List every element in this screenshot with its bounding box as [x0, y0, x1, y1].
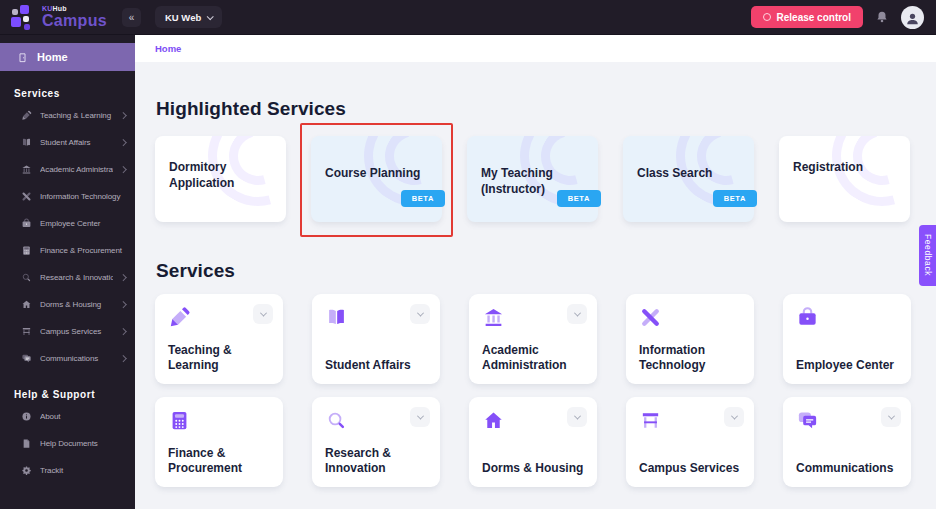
service-card-title: Campus Services — [639, 461, 742, 477]
sidebar-item-label: Student Affairs — [40, 138, 113, 147]
chevron-right-icon — [120, 166, 126, 172]
search-icon — [21, 272, 32, 283]
book-icon — [21, 137, 32, 148]
service-card-student-affairs[interactable]: Student Affairs — [312, 294, 440, 384]
service-card-title: Employee Center — [796, 358, 899, 374]
logo-kuhub: KUHub — [42, 5, 107, 12]
sidebar-item-academic-administration[interactable]: Academic Administration — [0, 156, 135, 183]
search-icon — [325, 409, 348, 432]
release-control-label: Release control — [777, 12, 851, 23]
chevron-right-icon — [120, 139, 126, 145]
chevron-down-icon — [730, 412, 737, 419]
service-card-title: Student Affairs — [325, 358, 428, 374]
sidebar-item-about[interactable]: About — [0, 403, 135, 430]
service-card-finance-procurement[interactable]: Finance & Procurement — [155, 397, 283, 487]
highlighted-card-my-teaching-instructor[interactable]: My Teaching (Instructor)BETA — [467, 136, 598, 222]
service-card-teaching-learning[interactable]: Teaching & Learning — [155, 294, 283, 384]
bank-icon — [482, 306, 505, 329]
feedback-tab[interactable]: Feedback — [919, 225, 936, 286]
highlighted-card-title: Dormitory Application — [169, 159, 268, 191]
chat-icon — [21, 353, 32, 364]
xtools-icon — [639, 306, 662, 329]
sidebar-item-label: Academic Administration — [40, 165, 113, 174]
xtools-icon — [21, 191, 32, 202]
sidebar-item-label: Help Documents — [40, 439, 125, 448]
highlighted-card-class-search[interactable]: Class SearchBETA — [623, 136, 754, 222]
service-card-title: Finance & Procurement — [168, 446, 271, 477]
briefcase-icon — [21, 218, 32, 229]
chevron-right-icon — [120, 112, 126, 118]
service-card-employee-center[interactable]: Employee Center — [783, 294, 911, 384]
sidebar-item-label: Dorms & Housing — [40, 300, 113, 309]
chevron-right-icon — [120, 301, 126, 307]
chevron-down-icon — [416, 412, 423, 419]
sidebar-item-student-affairs[interactable]: Student Affairs — [0, 129, 135, 156]
service-card-title: Research & Innovation — [325, 446, 428, 477]
sidebar-item-teaching-learning[interactable]: Teaching & Learning — [0, 102, 135, 129]
service-card-expand-button[interactable] — [724, 407, 744, 427]
sidebar-item-information-technology[interactable]: Information Technology — [0, 183, 135, 210]
services-title: Services — [156, 260, 916, 282]
sidebar-item-label: Research & Innovation — [40, 273, 113, 282]
sidebar-item-research-innovation[interactable]: Research & Innovation — [0, 264, 135, 291]
sidebar-sections: ServicesTeaching & LearningStudent Affai… — [0, 88, 135, 484]
avatar[interactable] — [901, 6, 924, 29]
service-card-communications[interactable]: Communications — [783, 397, 911, 487]
service-card-expand-button[interactable] — [253, 304, 273, 324]
sidebar-item-label: Finance & Procurement — [40, 246, 125, 255]
sidebar-item-label: Information Technology — [40, 192, 125, 201]
sidebar-item-communications[interactable]: Communications — [0, 345, 135, 372]
sidebar-item-label: Communications — [40, 354, 113, 363]
service-card-expand-button[interactable] — [410, 304, 430, 324]
sidebar-collapse-button[interactable]: « — [122, 8, 141, 27]
person-icon — [905, 11, 920, 26]
service-card-dorms-housing[interactable]: Dorms & Housing — [469, 397, 597, 487]
service-card-title: Information Technology — [639, 343, 742, 374]
sidebar-item-finance-procurement[interactable]: Finance & Procurement — [0, 237, 135, 264]
highlighted-card-course-planning[interactable]: Course PlanningBETA — [311, 136, 442, 222]
app-logo[interactable]: KUHub Campus — [0, 4, 122, 30]
sidebar-item-dorms-housing[interactable]: Dorms & Housing — [0, 291, 135, 318]
content: Highlighted Services Dormitory Applicati… — [135, 98, 936, 487]
highlighted-card-registration[interactable]: Registration — [779, 136, 910, 222]
book-icon — [325, 306, 348, 329]
topbar: KUHub Campus « KU Web Release control — [0, 0, 936, 35]
sidebar-item-campus-services[interactable]: Campus Services — [0, 318, 135, 345]
service-card-expand-button[interactable] — [567, 407, 587, 427]
release-control-button[interactable]: Release control — [751, 6, 863, 28]
chevron-right-icon — [120, 355, 126, 361]
service-card-research-innovation[interactable]: Research & Innovation — [312, 397, 440, 487]
chat-icon — [796, 409, 819, 432]
chevron-double-left-icon: « — [129, 12, 135, 23]
sidebar-item-home[interactable]: Home — [0, 43, 135, 71]
sidebar-item-employee-center[interactable]: Employee Center — [0, 210, 135, 237]
bell-icon[interactable] — [875, 10, 889, 24]
service-card-expand-button[interactable] — [410, 407, 430, 427]
service-card-campus-services[interactable]: Campus Services — [626, 397, 754, 487]
app-switcher-button[interactable]: KU Web — [155, 6, 222, 28]
highlighted-services-title: Highlighted Services — [156, 98, 916, 120]
sidebar-section-heading: Services — [14, 88, 135, 99]
service-card-expand-button[interactable] — [881, 407, 901, 427]
chevron-down-icon — [259, 309, 266, 316]
highlighted-card-title: Course Planning — [325, 165, 424, 181]
sidebar-item-trackit[interactable]: Trackit — [0, 457, 135, 484]
chevron-down-icon — [573, 412, 580, 419]
service-card-expand-button[interactable] — [567, 304, 587, 324]
breadcrumb: Home — [135, 35, 936, 62]
service-card-academic-administration[interactable]: Academic Administration — [469, 294, 597, 384]
main-area: Home Highlighted Services Dormitory Appl… — [135, 35, 936, 509]
sidebar-item-help-documents[interactable]: Help Documents — [0, 430, 135, 457]
topbar-right: Release control — [751, 6, 936, 29]
pencil-icon — [168, 306, 191, 329]
release-icon — [763, 13, 771, 21]
home-icon — [482, 409, 505, 432]
breadcrumb-home[interactable]: Home — [155, 43, 181, 54]
chevron-down-icon — [416, 309, 423, 316]
home-icon — [21, 299, 32, 310]
sidebar: Home ServicesTeaching & LearningStudent … — [0, 35, 135, 509]
file-icon — [21, 438, 32, 449]
beta-badge: BETA — [557, 190, 601, 207]
service-card-information-technology[interactable]: Information Technology — [626, 294, 754, 384]
highlighted-card-dormitory-application[interactable]: Dormitory Application — [155, 136, 286, 222]
